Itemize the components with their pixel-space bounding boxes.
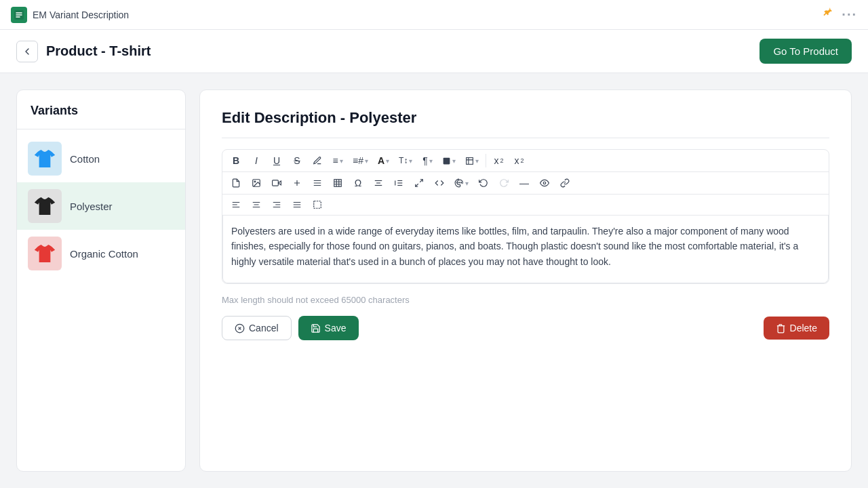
delete-label: Delete [790,323,817,333]
variant-image-organic-cotton [28,237,62,270]
variant-label-polyester: Polyester [70,201,113,212]
undo-button[interactable] [474,176,493,190]
svg-point-26 [460,182,461,183]
top-bar: EM Variant Description ··· [0,0,868,30]
fullscreen-button[interactable] [410,176,429,190]
editor-title: Edit Description - Polyester [222,109,829,127]
editor-panel: Edit Description - Polyester B I U S ≡▾ … [199,89,852,472]
svg-rect-2 [467,157,473,164]
action-buttons: Cancel Save Delete [222,316,829,340]
underline-button[interactable]: U [267,152,286,169]
select-all-button[interactable] [308,197,327,212]
page-header-left: Product - T-shirt [16,41,151,62]
variant-label-organic-cotton: Organic Cotton [70,248,138,260]
cancel-label: Cancel [249,323,279,333]
bold-button[interactable]: B [226,152,245,169]
main-content: Variants Cotton Polyester [0,73,868,488]
svg-point-25 [458,182,459,183]
image-button[interactable] [247,176,266,190]
editor-divider [222,138,829,138]
save-button[interactable]: Save [298,316,359,340]
video-button[interactable] [267,176,286,190]
unordered-list-button[interactable]: ≡▾ [328,152,347,169]
variants-panel: Variants Cotton Polyester [16,89,186,472]
variant-image-cotton [28,142,62,176]
variant-item-cotton[interactable]: Cotton [17,135,185,182]
editor-text-area[interactable]: Polyesters are used in a wide range of e… [222,216,829,283]
app-icon [11,7,27,23]
svg-point-28 [543,182,546,184]
code-button[interactable] [430,176,449,190]
svg-rect-1 [443,157,450,164]
highlight-button[interactable] [308,153,327,168]
toolbar-separator-1 [486,154,486,167]
svg-point-27 [457,182,458,183]
paragraph-button[interactable]: ¶▾ [418,152,437,169]
variants-title: Variants [17,104,185,129]
svg-line-23 [420,180,422,182]
italic-button[interactable]: I [247,152,266,169]
svg-marker-7 [278,181,281,185]
font-color-button[interactable]: A▾ [374,152,393,169]
save-label: Save [325,323,347,333]
app-title: EM Variant Description [33,9,129,20]
align-center-text-button[interactable] [247,197,266,212]
align-left-button[interactable] [226,197,245,212]
ordered-list-button[interactable]: ≡#▾ [349,152,372,169]
indent-button[interactable] [308,176,327,190]
preview-button[interactable] [535,176,554,190]
pin-icon[interactable] [821,7,833,22]
variant-image-polyester [28,189,62,223]
superscript-button[interactable]: x2 [489,152,508,169]
toolbar-row-1: B I U S ≡▾ ≡#▾ A▾ T↕▾ [222,150,829,172]
more-options-icon[interactable]: ··· [842,7,857,22]
variant-item-organic-cotton[interactable]: Organic Cotton [17,230,185,277]
toolbar-row-2: Ω ▾ [222,172,829,195]
subscript-button[interactable]: x2 [509,152,528,169]
table-button[interactable] [328,176,347,190]
horizontal-rule-button[interactable]: — [515,175,534,191]
omega-button[interactable]: Ω [349,175,368,191]
char-limit-label: Max length should not exceed 65000 chara… [222,295,829,305]
svg-point-6 [254,181,256,182]
block-button[interactable]: ▾ [438,154,460,168]
color-picker-button[interactable]: ▾ [450,176,473,190]
align-right-button[interactable] [267,197,286,212]
redo-button[interactable] [494,176,513,190]
strikethrough-button[interactable]: S [288,152,307,169]
document-button[interactable] [226,176,245,190]
action-left: Cancel Save [222,316,359,340]
divider-button[interactable] [288,176,307,190]
go-to-product-button[interactable]: Go To Product [760,39,852,64]
cancel-button[interactable]: Cancel [222,316,292,340]
table-layout-button[interactable]: ▾ [461,154,483,168]
toolbar-row-3 [222,195,829,216]
svg-rect-8 [273,180,279,186]
back-button[interactable] [16,41,38,62]
link-button[interactable] [555,176,574,190]
align-center-button[interactable] [369,176,388,190]
variant-item-polyester[interactable]: Polyester [17,182,185,230]
svg-line-24 [416,184,418,186]
svg-rect-12 [334,180,342,187]
indent-right-button[interactable] [389,176,408,190]
page-title: Product - T-shirt [46,43,151,59]
font-size-button[interactable]: T↕▾ [395,153,416,168]
top-bar-right: ··· [821,7,857,22]
svg-rect-41 [314,201,321,209]
editor-toolbar: B I U S ≡▾ ≡#▾ A▾ T↕▾ [222,149,829,284]
delete-button[interactable]: Delete [764,317,829,340]
page-header: Product - T-shirt Go To Product [0,30,868,73]
justify-button[interactable] [288,197,307,212]
variant-label-cotton: Cotton [70,153,100,165]
top-bar-left: EM Variant Description [11,7,129,23]
